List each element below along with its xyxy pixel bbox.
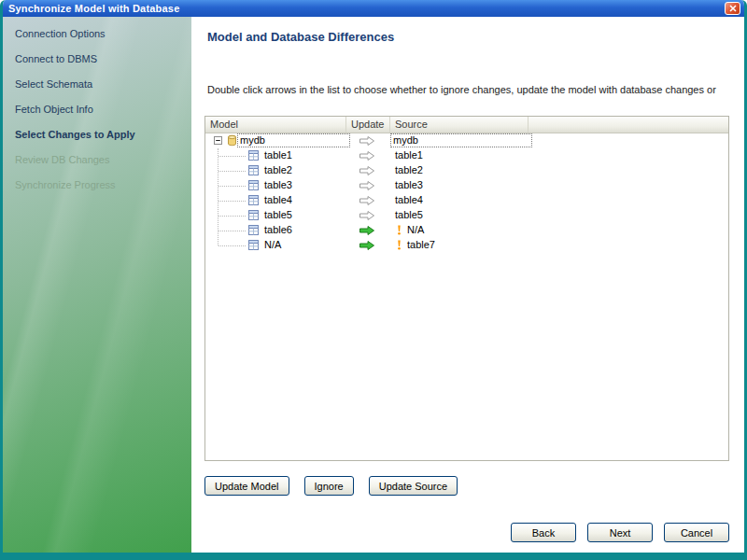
source-label: table7	[404, 239, 438, 251]
tree-row-table1[interactable]: table1table1	[205, 148, 728, 163]
column-header-model: Model	[205, 117, 346, 133]
tree-row-n-a[interactable]: N/Atable7	[205, 238, 728, 253]
back-button[interactable]: Back	[511, 523, 576, 542]
tree-row-table3[interactable]: table3table3	[205, 178, 728, 193]
sidebar-step-connection-options: Connection Options	[3, 21, 191, 46]
model-label: table2	[261, 164, 295, 176]
source-label: N/A	[404, 224, 427, 236]
sidebar-step-connect-to-dbms: Connect to DBMS	[3, 46, 191, 71]
table-icon	[248, 195, 259, 205]
model-label: table6	[261, 224, 295, 236]
window-title: Synchronize Model with Database	[8, 3, 725, 14]
warning-icon	[396, 225, 402, 235]
update-source-button[interactable]: Update Source	[369, 476, 458, 496]
model-label: table1	[261, 149, 295, 161]
model-label: table3	[261, 179, 295, 191]
main-panel: Model and Database Differences Double cl…	[191, 17, 744, 553]
model-label: table4	[261, 194, 295, 206]
model-label: mydb	[237, 133, 350, 147]
table-icon	[248, 210, 259, 220]
column-header-update: Update	[346, 117, 390, 133]
instruction-text: Double click arrows in the list to choos…	[207, 84, 740, 95]
wizard-steps: Connection OptionsConnect to DBMSSelect …	[3, 17, 191, 197]
table-icon	[248, 180, 259, 190]
table-icon	[248, 165, 259, 175]
tree-row-table4[interactable]: table4table4	[205, 193, 728, 208]
sidebar-step-fetch-object-info: Fetch Object Info	[3, 96, 191, 121]
column-header-filler	[529, 117, 728, 133]
warning-icon	[396, 240, 402, 250]
action-buttons: Update ModelIgnoreUpdate Source	[204, 476, 458, 496]
diff-table-header: ModelUpdateSource	[205, 117, 728, 133]
hollow-arrow[interactable]	[359, 210, 375, 221]
hollow-arrow[interactable]	[359, 135, 375, 147]
cancel-button[interactable]: Cancel	[664, 523, 729, 542]
wizard-window: Synchronize Model with Database Connecti…	[0, 0, 747, 560]
diff-tree: mydbmydbtable1table1table2table2table3ta…	[205, 133, 728, 460]
sidebar-step-select-changes-to-apply: Select Changes to Apply	[3, 121, 191, 147]
green-arrow[interactable]	[359, 240, 375, 251]
tree-row-table2[interactable]: table2table2	[205, 163, 728, 178]
model-label: N/A	[261, 239, 284, 251]
close-button[interactable]	[725, 2, 740, 15]
column-header-source: Source	[390, 117, 529, 133]
source-label: table5	[392, 209, 426, 221]
sidebar-step-synchronize-progress: Synchronize Progress	[3, 172, 191, 197]
expander-minus-icon[interactable]	[214, 136, 222, 145]
wizard-sidebar: Connection OptionsConnect to DBMSSelect …	[3, 17, 191, 553]
nav-buttons: BackNextCancel	[511, 523, 729, 542]
source-label: table1	[392, 149, 426, 161]
source-label: mydb	[390, 133, 532, 147]
update-model-button[interactable]: Update Model	[204, 476, 289, 496]
page-title: Model and Database Differences	[207, 30, 394, 44]
table-icon	[248, 225, 259, 235]
next-button[interactable]: Next	[587, 523, 653, 542]
source-label: table3	[392, 179, 426, 191]
sidebar-step-review-db-changes: Review DB Changes	[3, 147, 191, 172]
hollow-arrow[interactable]	[359, 180, 375, 191]
tree-row-table5[interactable]: table5table5	[205, 208, 728, 223]
titlebar[interactable]: Synchronize Model with Database	[3, 0, 744, 17]
hollow-arrow[interactable]	[359, 195, 375, 206]
tree-row-table6[interactable]: table6N/A	[205, 223, 728, 238]
hollow-arrow[interactable]	[359, 165, 375, 176]
hollow-arrow[interactable]	[359, 150, 375, 161]
source-label: table2	[392, 164, 426, 176]
green-arrow[interactable]	[359, 225, 375, 236]
model-label: table5	[261, 209, 295, 221]
table-icon	[248, 150, 259, 161]
sidebar-step-select-schemata: Select Schemata	[3, 71, 191, 96]
table-icon	[248, 240, 259, 250]
close-icon	[729, 5, 737, 12]
ignore-button[interactable]: Ignore	[304, 476, 354, 496]
tree-row-mydb[interactable]: mydbmydb	[205, 133, 728, 148]
source-label: table4	[392, 194, 426, 206]
differences-table: ModelUpdateSource mydbmydbtable1table1ta…	[204, 116, 729, 461]
